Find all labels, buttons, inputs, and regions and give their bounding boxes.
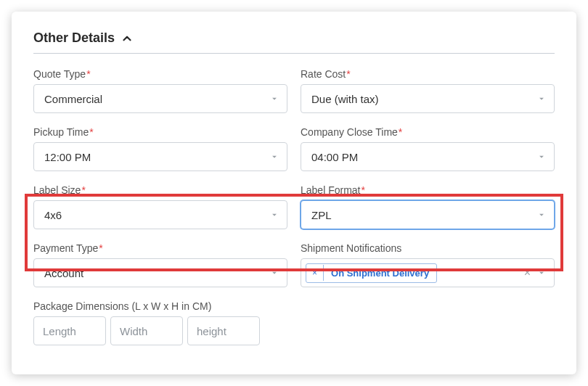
- label-text: Rate Cost: [301, 68, 346, 80]
- caret-down-icon: [536, 268, 547, 278]
- select-value: Account: [44, 267, 83, 279]
- select-value: 4x6: [44, 209, 62, 221]
- height-input[interactable]: [187, 316, 260, 345]
- label-text: Company Close Time: [301, 126, 398, 138]
- field-shipment-notifications: Shipment Notifications × On Shipment Del…: [301, 242, 555, 287]
- field-payment-type: Payment Type* Account: [33, 242, 287, 287]
- width-input[interactable]: [110, 316, 183, 345]
- ship-notif-select[interactable]: × On Shipment Delivery ×: [301, 258, 555, 287]
- tag-text: On Shipment Delivery: [324, 264, 436, 282]
- rate-cost-select[interactable]: Due (with tax): [301, 84, 555, 113]
- field-pickup-time: Pickup Time* 12:00 PM: [33, 126, 287, 171]
- caret-down-icon: [536, 94, 547, 104]
- select-value: ZPL: [311, 209, 332, 221]
- rate-cost-label: Rate Cost*: [301, 68, 555, 80]
- ship-notif-tag: × On Shipment Delivery: [306, 263, 437, 283]
- tag-remove-icon[interactable]: ×: [306, 265, 324, 281]
- length-input[interactable]: [33, 316, 106, 345]
- close-time-select[interactable]: 04:00 PM: [301, 142, 555, 171]
- caret-down-icon: [269, 268, 279, 278]
- select-value: Commercial: [44, 93, 102, 105]
- caret-down-icon: [536, 210, 547, 220]
- caret-down-icon: [269, 210, 279, 220]
- section-title: Other Details: [33, 30, 115, 46]
- pickup-time-label: Pickup Time*: [33, 126, 287, 138]
- caret-down-icon: [536, 152, 547, 162]
- field-rate-cost: Rate Cost* Due (with tax): [301, 68, 555, 113]
- label-format-label: Label Format*: [301, 184, 555, 196]
- field-quote-type: Quote Type* Commercial: [33, 68, 287, 113]
- form-grid: Quote Type* Commercial Rate Cost* Due (w…: [33, 54, 555, 345]
- clear-all-icon[interactable]: ×: [524, 266, 531, 279]
- caret-down-icon: [269, 152, 279, 162]
- field-close-time: Company Close Time* 04:00 PM: [301, 126, 555, 171]
- required-mark: *: [81, 184, 85, 196]
- payment-type-select[interactable]: Account: [33, 258, 287, 287]
- other-details-card: Other Details Quote Type* Commercial Rat…: [12, 12, 576, 374]
- required-mark: *: [89, 126, 93, 138]
- dimensions-inputs: [33, 316, 555, 345]
- label-text: Label Size: [33, 184, 81, 196]
- label-text: Shipment Notifications: [301, 242, 401, 254]
- required-mark: *: [99, 242, 102, 254]
- select-value: 12:00 PM: [44, 151, 91, 163]
- close-time-label: Company Close Time*: [301, 126, 555, 138]
- caret-down-icon: [269, 94, 279, 104]
- select-value: Due (with tax): [311, 93, 379, 105]
- required-mark: *: [86, 68, 90, 80]
- label-size-label: Label Size*: [33, 184, 287, 196]
- quote-type-label: Quote Type*: [33, 68, 287, 80]
- pickup-time-select[interactable]: 12:00 PM: [33, 142, 287, 171]
- label-text: Quote Type: [33, 68, 86, 80]
- chevron-up-icon: [121, 32, 134, 45]
- label-size-select[interactable]: 4x6: [33, 200, 287, 229]
- field-dimensions: Package Dimensions (L x W x H in CM): [33, 300, 555, 345]
- label-format-select[interactable]: ZPL: [301, 200, 555, 229]
- label-text: Payment Type: [33, 242, 98, 254]
- required-mark: *: [399, 126, 402, 138]
- field-label-size: Label Size* 4x6: [33, 184, 287, 229]
- field-label-format: Label Format* ZPL: [301, 184, 555, 229]
- quote-type-select[interactable]: Commercial: [33, 84, 287, 113]
- dimensions-label: Package Dimensions (L x W x H in CM): [33, 300, 555, 312]
- required-mark: *: [361, 184, 364, 196]
- label-text: Package Dimensions (L x W x H in CM): [33, 300, 211, 312]
- payment-type-label: Payment Type*: [33, 242, 287, 254]
- ship-notif-label: Shipment Notifications: [301, 242, 555, 254]
- select-value: 04:00 PM: [311, 151, 358, 163]
- label-text: Pickup Time: [33, 126, 89, 138]
- section-header[interactable]: Other Details: [33, 30, 555, 54]
- label-text: Label Format: [301, 184, 360, 196]
- required-mark: *: [346, 68, 350, 80]
